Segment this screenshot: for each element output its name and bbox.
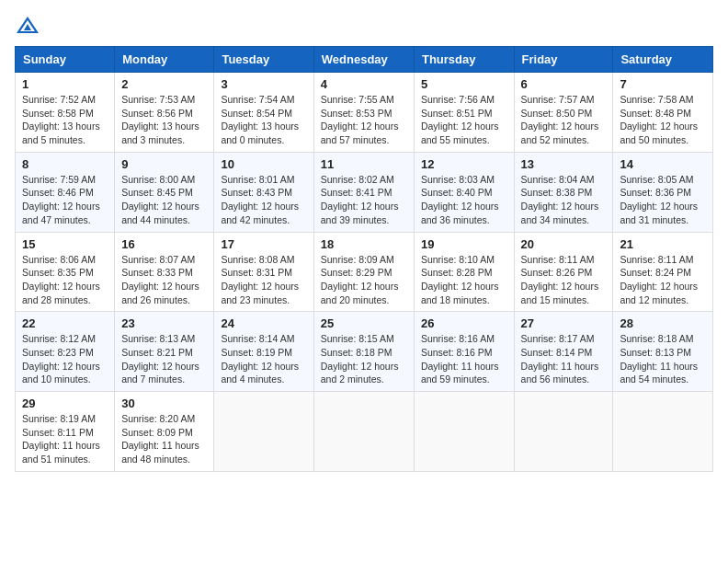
daylight-text: Daylight: 12 hours and 7 minutes. (121, 360, 207, 386)
sunrise-text: Sunrise: 8:18 AM (620, 332, 706, 346)
calendar-cell: 19Sunrise: 8:10 AMSunset: 8:28 PMDayligh… (414, 232, 514, 312)
sunrise-text: Sunrise: 7:57 AM (521, 93, 607, 107)
day-number: 12 (421, 157, 507, 171)
day-number: 30 (121, 396, 207, 410)
sunset-text: Sunset: 8:09 PM (121, 426, 207, 440)
calendar-cell (514, 392, 613, 472)
calendar-cell (414, 392, 514, 472)
sunrise-text: Sunrise: 8:07 AM (121, 253, 207, 267)
daylight-text: Daylight: 12 hours and 42 minutes. (221, 200, 306, 226)
sunset-text: Sunset: 8:43 PM (221, 186, 306, 200)
day-header-wednesday: Wednesday (313, 47, 414, 73)
daylight-text: Daylight: 11 hours and 54 minutes. (620, 360, 706, 386)
daylight-text: Daylight: 12 hours and 31 minutes. (620, 200, 706, 226)
day-number: 23 (121, 316, 207, 330)
sunrise-text: Sunrise: 8:19 AM (22, 412, 108, 426)
calendar-cell: 26Sunrise: 8:16 AMSunset: 8:16 PMDayligh… (414, 312, 514, 392)
day-number: 1 (22, 77, 108, 91)
logo (15, 15, 44, 35)
calendar-cell: 24Sunrise: 8:14 AMSunset: 8:19 PMDayligh… (214, 312, 313, 392)
daylight-text: Daylight: 12 hours and 50 minutes. (620, 120, 706, 146)
calendar-cell: 21Sunrise: 8:11 AMSunset: 8:24 PMDayligh… (613, 232, 713, 312)
calendar-week-row: 22Sunrise: 8:12 AMSunset: 8:23 PMDayligh… (16, 312, 713, 392)
sunrise-text: Sunrise: 8:14 AM (221, 332, 306, 346)
sunset-text: Sunset: 8:54 PM (221, 107, 306, 121)
sunrise-text: Sunrise: 8:03 AM (421, 173, 507, 187)
calendar-cell: 30Sunrise: 8:20 AMSunset: 8:09 PMDayligh… (115, 392, 214, 472)
daylight-text: Daylight: 13 hours and 3 minutes. (121, 120, 207, 146)
day-number: 15 (22, 237, 108, 251)
calendar-cell: 22Sunrise: 8:12 AMSunset: 8:23 PMDayligh… (16, 312, 115, 392)
daylight-text: Daylight: 11 hours and 59 minutes. (421, 360, 507, 386)
sunrise-text: Sunrise: 8:02 AM (321, 173, 407, 187)
sunrise-text: Sunrise: 7:56 AM (421, 93, 507, 107)
sunrise-text: Sunrise: 8:00 AM (121, 173, 207, 187)
daylight-text: Daylight: 12 hours and 18 minutes. (421, 280, 507, 306)
sunset-text: Sunset: 8:14 PM (521, 346, 607, 360)
day-number: 4 (321, 77, 407, 91)
day-number: 19 (421, 237, 507, 251)
day-header-sunday: Sunday (16, 47, 115, 73)
sunset-text: Sunset: 8:11 PM (22, 426, 108, 440)
daylight-text: Daylight: 13 hours and 0 minutes. (221, 120, 306, 146)
sunset-text: Sunset: 8:41 PM (321, 186, 407, 200)
day-header-friday: Friday (514, 47, 613, 73)
sunrise-text: Sunrise: 8:04 AM (521, 173, 607, 187)
calendar-table: SundayMondayTuesdayWednesdayThursdayFrid… (15, 46, 713, 472)
day-number: 6 (521, 77, 607, 91)
sunset-text: Sunset: 8:38 PM (521, 186, 607, 200)
sunset-text: Sunset: 8:29 PM (321, 266, 407, 280)
calendar-cell: 1Sunrise: 7:52 AMSunset: 8:58 PMDaylight… (16, 73, 115, 153)
daylight-text: Daylight: 12 hours and 26 minutes. (121, 280, 207, 306)
day-header-tuesday: Tuesday (214, 47, 313, 73)
calendar-week-row: 8Sunrise: 7:59 AMSunset: 8:46 PMDaylight… (16, 152, 713, 232)
sunset-text: Sunset: 8:33 PM (121, 266, 207, 280)
daylight-text: Daylight: 12 hours and 28 minutes. (22, 280, 108, 306)
daylight-text: Daylight: 12 hours and 47 minutes. (22, 200, 108, 226)
sunrise-text: Sunrise: 7:52 AM (22, 93, 108, 107)
daylight-text: Daylight: 12 hours and 20 minutes. (321, 280, 407, 306)
sunrise-text: Sunrise: 7:53 AM (121, 93, 207, 107)
sunset-text: Sunset: 8:19 PM (221, 346, 306, 360)
daylight-text: Daylight: 12 hours and 36 minutes. (421, 200, 507, 226)
sunrise-text: Sunrise: 8:16 AM (421, 332, 507, 346)
calendar-cell: 11Sunrise: 8:02 AMSunset: 8:41 PMDayligh… (313, 152, 414, 232)
day-number: 17 (221, 237, 306, 251)
calendar-cell (313, 392, 414, 472)
calendar-cell: 20Sunrise: 8:11 AMSunset: 8:26 PMDayligh… (514, 232, 613, 312)
day-number: 21 (620, 237, 706, 251)
sunrise-text: Sunrise: 8:11 AM (521, 253, 607, 267)
calendar-cell (214, 392, 313, 472)
daylight-text: Daylight: 12 hours and 34 minutes. (521, 200, 607, 226)
sunset-text: Sunset: 8:23 PM (22, 346, 108, 360)
calendar-week-row: 15Sunrise: 8:06 AMSunset: 8:35 PMDayligh… (16, 232, 713, 312)
day-number: 22 (22, 316, 108, 330)
calendar-cell: 4Sunrise: 7:55 AMSunset: 8:53 PMDaylight… (313, 73, 414, 153)
calendar-cell (613, 392, 713, 472)
calendar-cell: 27Sunrise: 8:17 AMSunset: 8:14 PMDayligh… (514, 312, 613, 392)
day-number: 9 (121, 157, 207, 171)
sunrise-text: Sunrise: 8:10 AM (421, 253, 507, 267)
sunrise-text: Sunrise: 8:05 AM (620, 173, 706, 187)
sunrise-text: Sunrise: 7:55 AM (321, 93, 407, 107)
calendar-cell: 28Sunrise: 8:18 AMSunset: 8:13 PMDayligh… (613, 312, 713, 392)
day-header-monday: Monday (115, 47, 214, 73)
sunset-text: Sunset: 8:35 PM (22, 266, 108, 280)
calendar-cell: 25Sunrise: 8:15 AMSunset: 8:18 PMDayligh… (313, 312, 414, 392)
calendar-cell: 10Sunrise: 8:01 AMSunset: 8:43 PMDayligh… (214, 152, 313, 232)
day-number: 8 (22, 157, 108, 171)
sunset-text: Sunset: 8:46 PM (22, 186, 108, 200)
day-number: 16 (121, 237, 207, 251)
daylight-text: Daylight: 12 hours and 55 minutes. (421, 120, 507, 146)
daylight-text: Daylight: 12 hours and 12 minutes. (620, 280, 706, 306)
sunset-text: Sunset: 8:48 PM (620, 107, 706, 121)
sunset-text: Sunset: 8:18 PM (321, 346, 407, 360)
calendar-cell: 9Sunrise: 8:00 AMSunset: 8:45 PMDaylight… (115, 152, 214, 232)
sunset-text: Sunset: 8:13 PM (620, 346, 706, 360)
calendar-cell: 15Sunrise: 8:06 AMSunset: 8:35 PMDayligh… (16, 232, 115, 312)
day-number: 20 (521, 237, 607, 251)
daylight-text: Daylight: 12 hours and 44 minutes. (121, 200, 207, 226)
page-header (15, 15, 713, 35)
daylight-text: Daylight: 11 hours and 48 minutes. (121, 439, 207, 465)
day-header-saturday: Saturday (613, 47, 713, 73)
